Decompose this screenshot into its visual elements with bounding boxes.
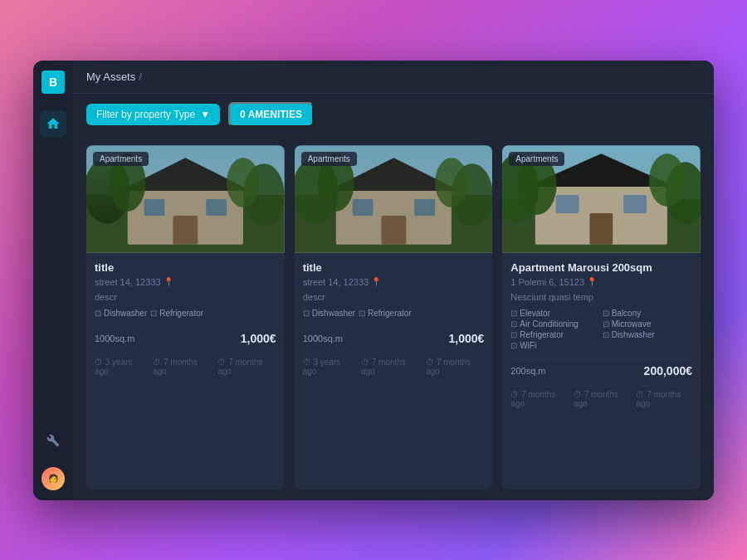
sidebar: B 🧑 [33, 61, 73, 500]
timestamp-1c: ⏱ 7 months ago [217, 358, 276, 376]
amenity-dishwasher-2: ⊡ Dishwasher [303, 309, 355, 318]
logo[interactable]: B [42, 71, 65, 94]
card-body-2: title street 14, 12333 📍 descr ⊡ Dishwas… [295, 253, 493, 490]
card-size-3: 200sq.m [510, 366, 545, 376]
card-price-2: 1,000€ [449, 332, 485, 345]
location-icon-1: 📍 [164, 277, 173, 286]
amenity-wifi: ⊡WiFi [510, 341, 600, 350]
timestamp-3b: ⏱ 7 months ago [574, 390, 630, 408]
timestamp-2c: ⏱ 7 months ago [426, 358, 484, 376]
amenity-elevator: ⊡Elevator [510, 309, 600, 318]
card-price-1: 1,000€ [241, 332, 276, 345]
card-amenities-1: ⊡ Dishwasher ⊡ Refrigerator [95, 309, 276, 318]
breadcrumb-separator: / [139, 71, 142, 83]
card-desc-2: descr [303, 292, 485, 302]
card-body-1: title street 14, 12333 📍 descr ⊡ Dishwas… [86, 253, 285, 490]
timestamp-3a: ⏱ 7 months ago [510, 390, 567, 408]
main-content: My Assets / Filter by property Type ▼ 0 … [73, 61, 714, 500]
card-footer-2: 1000sq.m 1,000€ [303, 326, 485, 345]
amenity-fridge-1: ⊡ Refrigerator [150, 309, 203, 318]
card-image-3: Apartments [502, 145, 701, 253]
sidebar-bottom: 🧑 [40, 427, 66, 490]
card-desc-1: descr [95, 292, 276, 302]
location-icon-3: 📍 [587, 277, 597, 286]
property-card-1[interactable]: Apartments title street 14, 12333 📍 desc… [86, 145, 285, 490]
card-type-badge-1: Apartments [93, 152, 149, 166]
amenity-fridge-2: ⊡ Refrigerator [359, 309, 412, 318]
property-card-3[interactable]: Apartments Apartment Marousi 200sqm 1 Po… [502, 145, 701, 490]
card-body-3: Apartment Marousi 200sqm 1 Polemi 6, 151… [502, 253, 701, 490]
timestamp-2a: ⏱ 3 years ago [303, 358, 354, 376]
card-size-2: 1000sq.m [303, 334, 343, 343]
breadcrumb-label: My Assets [86, 71, 135, 83]
card-title-1: title [95, 261, 276, 274]
property-card-2[interactable]: Apartments title street 14, 12333 📍 desc… [295, 145, 493, 490]
amenity-refrigerator-3: ⊡Refrigerator [510, 330, 600, 339]
location-icon-2: 📍 [371, 277, 381, 286]
timestamp-3c: ⏱ 7 months ago [636, 390, 692, 408]
user-avatar[interactable]: 🧑 [42, 467, 65, 490]
card-image-1: Apartments [86, 145, 285, 253]
timestamp-1b: ⏱ 7 months ago [153, 358, 211, 376]
card-desc-3: Nesciunt quasi temp [510, 292, 692, 302]
card-timestamps-2: ⏱ 3 years ago ⏱ 7 months ago ⏱ 7 months … [303, 353, 485, 376]
card-address-2: street 14, 12333 📍 [303, 277, 485, 287]
app-window: B 🧑 My Assets / [33, 61, 714, 500]
sidebar-item-tools[interactable] [40, 427, 66, 454]
card-amenities-3: ⊡Elevator ⊡Balcony ⊡Air Conditioning ⊡Mi… [510, 309, 692, 350]
property-type-filter[interactable]: Filter by property Type ▼ [86, 104, 220, 125]
timestamp-2b: ⏱ 7 months ago [361, 358, 419, 376]
card-address-1: street 14, 12333 📍 [95, 277, 276, 287]
filter-bar: Filter by property Type ▼ 0 AMENITIES [73, 94, 714, 135]
card-footer-1: 1000sq.m 1,000€ [95, 326, 276, 345]
amenity-balcony: ⊡Balcony [603, 309, 692, 318]
dropdown-arrow-icon: ▼ [200, 109, 210, 120]
amenity-dishwasher-1: ⊡ Dishwasher [95, 309, 147, 318]
timestamp-1a: ⏱ 3 years ago [95, 358, 146, 376]
amenities-filter-button[interactable]: 0 AMENITIES [228, 102, 314, 127]
filter-dropdown-label: Filter by property Type [96, 109, 195, 120]
card-title-3: Apartment Marousi 200sqm [510, 261, 692, 274]
card-amenities-2: ⊡ Dishwasher ⊡ Refrigerator [303, 309, 485, 318]
card-address-3: 1 Polemi 6, 15123 📍 [510, 277, 692, 287]
card-footer-3: 200sq.m 200,000€ [510, 358, 692, 377]
breadcrumb: My Assets / [86, 71, 142, 83]
card-image-2: Apartments [295, 145, 493, 253]
card-price-3: 200,000€ [644, 364, 692, 377]
top-bar: My Assets / [73, 61, 714, 94]
card-title-2: title [303, 261, 485, 274]
card-type-badge-3: Apartments [509, 152, 564, 166]
card-timestamps-3: ⏱ 7 months ago ⏱ 7 months ago ⏱ 7 months… [510, 386, 692, 408]
amenity-microwave: ⊡Microwave [603, 319, 692, 329]
card-size-1: 1000sq.m [95, 334, 134, 343]
card-type-badge-2: Apartments [301, 152, 357, 166]
cards-container: Apartments title street 14, 12333 📍 desc… [73, 135, 714, 500]
amenity-ac: ⊡Air Conditioning [510, 319, 600, 329]
amenity-dishwasher-3: ⊡Dishwasher [603, 330, 692, 339]
sidebar-item-home[interactable] [40, 110, 66, 137]
card-timestamps-1: ⏱ 3 years ago ⏱ 7 months ago ⏱ 7 months … [95, 353, 276, 376]
